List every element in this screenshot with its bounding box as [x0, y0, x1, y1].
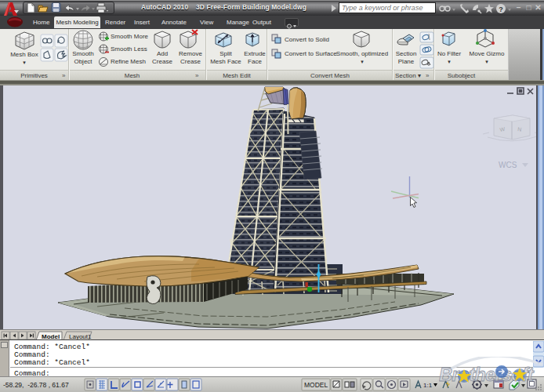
- svg-text:MODEL: MODEL: [304, 381, 328, 389]
- svg-text:?: ?: [499, 5, 503, 13]
- svg-text:WCS: WCS: [499, 161, 517, 169]
- svg-text:1:1: 1:1: [423, 382, 433, 389]
- svg-text:N: N: [517, 126, 522, 132]
